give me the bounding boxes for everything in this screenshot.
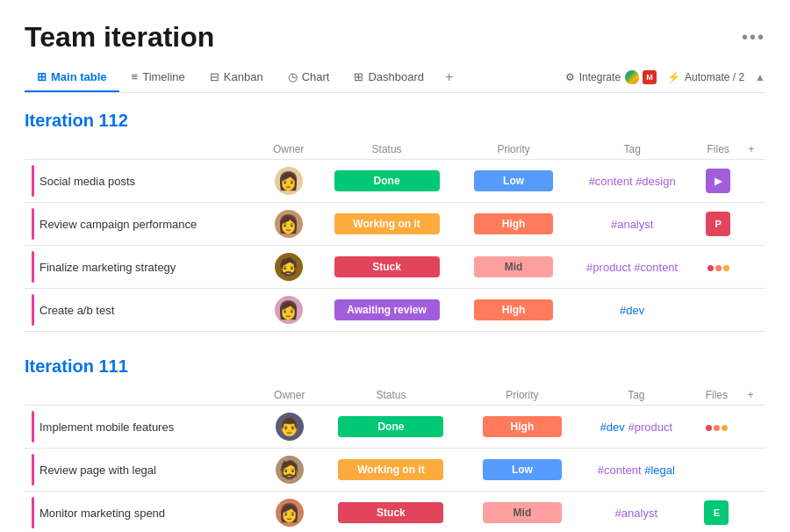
status-badge[interactable]: Working on it <box>338 459 443 480</box>
priority-badge[interactable]: Low <box>474 170 553 191</box>
row-add-cell <box>741 246 765 289</box>
task-cell: Review campaign performance <box>25 203 262 246</box>
dashboard-icon: ⊞ <box>354 70 363 83</box>
priority-badge[interactable]: High <box>483 416 562 437</box>
tag: #content <box>634 261 678 274</box>
status-badge[interactable]: Done <box>338 416 443 437</box>
tag-cell: #content #design <box>569 160 694 203</box>
tag-cell: #analyst <box>569 203 694 246</box>
iteration-table-0: OwnerStatusPriorityTagFiles+Social media… <box>25 140 765 332</box>
col-header-priority: Priority <box>458 140 570 160</box>
col-header-files: Files <box>693 385 740 406</box>
avatar: 👩 <box>275 296 303 324</box>
tab-timeline[interactable]: ≡ Timeline <box>119 63 198 92</box>
task-name: Social media posts <box>40 175 135 188</box>
tab-chart[interactable]: ◷ Chart <box>276 63 342 92</box>
task-cell: Monitor marketing spend <box>25 492 262 533</box>
status-badge[interactable]: Done <box>334 170 440 191</box>
owner-cell: 👩 <box>262 160 315 203</box>
priority-cell[interactable]: Mid <box>464 492 579 533</box>
automate-icon: ⚡ <box>667 71 680 83</box>
priority-cell[interactable]: High <box>458 203 570 246</box>
row-add-cell <box>741 203 765 246</box>
priority-cell[interactable]: Mid <box>458 246 570 289</box>
table-row[interactable]: Review campaign performance👩Working on i… <box>25 203 765 246</box>
iteration-title-0: Iteration 112 <box>25 111 765 131</box>
status-cell[interactable]: Done <box>317 406 464 449</box>
status-cell[interactable]: Working on it <box>317 449 464 492</box>
integrate-button[interactable]: ⚙ Integrate M <box>565 70 657 84</box>
tab-kanban[interactable]: ⊟ Kanban <box>198 63 276 92</box>
task-name: Review campaign performance <box>40 218 197 231</box>
avatar: 👩 <box>275 167 303 195</box>
task-name: Implement mobile features <box>40 421 174 434</box>
tag-cell: #dev #product <box>579 406 693 449</box>
iteration-section-1: Iteration 111OwnerStatusPriorityTagFiles… <box>25 356 765 532</box>
col-header-tag: Tag <box>579 385 693 406</box>
table-row[interactable]: Review page with legal🧔Working on itLow#… <box>25 449 765 492</box>
row-add-cell <box>741 449 765 492</box>
table-row[interactable]: Create a/b test👩Awaiting reviewHigh#dev <box>25 289 765 332</box>
avatar: 👩 <box>276 499 304 527</box>
task-name: Review page with legal <box>40 464 156 477</box>
priority-badge[interactable]: Mid <box>483 502 562 523</box>
tab-dashboard[interactable]: ⊞ Dashboard <box>341 63 436 92</box>
task-cell: Review page with legal <box>25 449 262 492</box>
timeline-icon: ≡ <box>132 70 139 83</box>
owner-cell: 👩 <box>262 492 317 533</box>
table-row[interactable]: Finalize marketing strategy🧔StuckMid#pro… <box>25 246 765 289</box>
priority-cell[interactable]: High <box>458 289 570 332</box>
files-cell <box>693 406 740 449</box>
avatar: 👩 <box>275 210 303 238</box>
tag: #product <box>586 261 631 274</box>
owner-cell: 👩 <box>262 203 315 246</box>
file-icon <box>706 425 728 431</box>
gmail-icon: M <box>643 70 657 84</box>
tag: #legal <box>644 464 675 477</box>
priority-cell[interactable]: Low <box>458 160 570 203</box>
iteration-table-1: OwnerStatusPriorityTagFiles+Implement mo… <box>25 385 765 532</box>
chart-icon: ◷ <box>288 70 298 83</box>
owner-cell: 🧔 <box>262 246 315 289</box>
priority-cell[interactable]: High <box>464 406 579 449</box>
tab-main-table[interactable]: ⊞ Main table <box>25 63 119 92</box>
status-cell[interactable]: Stuck <box>317 492 464 533</box>
automate-button[interactable]: ⚡ Automate / 2 <box>667 71 744 83</box>
kanban-icon: ⊟ <box>210 70 219 83</box>
task-name: Finalize marketing strategy <box>40 261 176 274</box>
priority-badge[interactable]: High <box>474 213 553 234</box>
add-column-button[interactable]: + <box>741 140 765 160</box>
file-icon: P <box>706 212 730 236</box>
status-badge[interactable]: Stuck <box>334 256 440 277</box>
status-cell[interactable]: Done <box>315 160 457 203</box>
priority-badge[interactable]: High <box>474 299 553 320</box>
more-button[interactable]: ••• <box>742 27 765 47</box>
status-cell[interactable]: Awaiting review <box>315 289 457 332</box>
status-badge[interactable]: Stuck <box>338 502 443 523</box>
priority-badge[interactable]: Mid <box>474 256 553 277</box>
tag-cell: #analyst <box>579 492 693 533</box>
status-badge[interactable]: Working on it <box>334 213 440 234</box>
priority-cell[interactable]: Low <box>464 449 579 492</box>
row-add-cell <box>741 289 765 332</box>
tag: #dev <box>620 304 644 317</box>
task-cell: Create a/b test <box>25 289 262 332</box>
status-cell[interactable]: Working on it <box>315 203 457 246</box>
status-badge[interactable]: Awaiting review <box>334 299 440 320</box>
status-cell[interactable]: Stuck <box>315 246 457 289</box>
add-column-button[interactable]: + <box>741 385 765 406</box>
table-row[interactable]: Monitor marketing spend👩StuckMid#analyst… <box>25 492 765 533</box>
task-cell: Social media posts <box>25 160 262 203</box>
table-row[interactable]: Implement mobile features👨DoneHigh#dev #… <box>25 406 765 449</box>
col-header-status: Status <box>317 385 464 406</box>
collapse-button[interactable]: ▲ <box>755 71 765 83</box>
google-icon <box>625 70 639 84</box>
tag: #content <box>589 175 633 188</box>
priority-badge[interactable]: Low <box>483 459 562 480</box>
file-icon: E <box>704 500 729 525</box>
col-header-owner: Owner <box>262 385 317 406</box>
table-row[interactable]: Social media posts👩DoneLow#content #desi… <box>25 160 765 203</box>
col-header-status: Status <box>315 140 457 160</box>
header: Team iteration ••• <box>25 21 765 54</box>
add-tab-button[interactable]: + <box>436 62 462 92</box>
